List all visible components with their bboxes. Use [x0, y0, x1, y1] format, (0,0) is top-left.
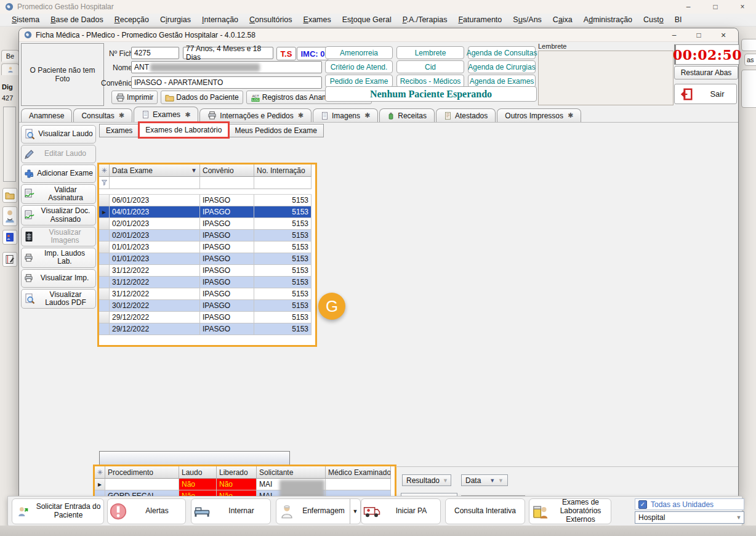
recibos-m-dicos-button[interactable]: Recibos - Médicos	[396, 75, 464, 87]
menu-recep-o[interactable]: Recepção	[109, 14, 155, 25]
minimize-icon[interactable]: –	[662, 28, 686, 42]
agenda-de-consultas-button[interactable]: Agenda de Consultas	[468, 46, 536, 59]
agenda-de-cirurgias-button[interactable]: Agenda de Cirurgias	[468, 60, 536, 73]
close-icon[interactable]: ×	[729, 0, 756, 14]
menu-caixa[interactable]: Caixa	[547, 14, 578, 25]
minimize-icon[interactable]: –	[675, 0, 702, 14]
menu-bi[interactable]: BI	[669, 14, 688, 25]
subtab-exames[interactable]: Exames	[99, 124, 139, 137]
tab-imagens[interactable]: Imagens✱	[313, 108, 378, 122]
menu-base-de-dados[interactable]: Base de Dados	[45, 14, 108, 25]
nome-input[interactable]: ANT	[131, 61, 322, 73]
restaurar-abas-button[interactable]: Restaurar Abas	[674, 66, 738, 79]
column-header-procedimento[interactable]: Procedimento	[105, 466, 179, 479]
menu-custo[interactable]: Custo	[638, 14, 669, 25]
menu-p-a-terapias[interactable]: P.A./Terapias	[397, 14, 453, 25]
visualizar-laudos-pdf-button[interactable]: Visualizar Laudos PDF	[21, 289, 96, 309]
imp-laudos-lab--button[interactable]: Imp. Laudos Lab.	[21, 248, 96, 267]
filter-row[interactable]	[99, 177, 312, 189]
window-titlebar[interactable]: Ficha Médica - PMedico - Promedico Gestã…	[19, 28, 738, 42]
folder-person-icon[interactable]	[2, 188, 17, 203]
menu-interna-o[interactable]: Internação	[196, 14, 244, 25]
todas-unidades-checkbox[interactable]: ✓ Todas as Unidades	[635, 498, 744, 510]
cid-button[interactable]: Cid	[396, 60, 464, 73]
table-row[interactable]: 31/12/2022IPASGO5153	[99, 277, 312, 288]
table-row[interactable]: 31/12/2022IPASGO5153	[99, 265, 312, 277]
column-header-no-interna-o[interactable]: No. Internação	[254, 164, 312, 177]
tab-receitas[interactable]: Receitas	[379, 108, 435, 122]
ficha-input[interactable]: 4275	[131, 47, 179, 59]
alertas-button[interactable]: Alertas	[107, 498, 186, 524]
table-row[interactable]: 02/01/2023IPASGO5153	[99, 218, 312, 230]
menu-exames[interactable]: Exames	[298, 14, 337, 25]
table-row[interactable]: 29/12/2022IPASGO5153	[99, 323, 312, 335]
solicitar-entrada-do-paciente-button[interactable]: Solicitar Entrada do Paciente	[12, 498, 104, 524]
imprimir-button[interactable]: Imprimir	[111, 91, 158, 104]
menu-estoque-geral[interactable]: Estoque Geral	[337, 14, 397, 25]
menu-administra-o[interactable]: Administração	[578, 14, 638, 25]
doctor-icon[interactable]	[2, 206, 17, 226]
menu-consult-rios[interactable]: Consultórios	[244, 14, 297, 25]
dados-do-paciente-button[interactable]: Dados do Paciente	[161, 91, 243, 104]
adicionar-exame-button[interactable]: Adicionar Exame	[21, 164, 96, 183]
background-tab[interactable]: Be	[1, 50, 19, 62]
pivot-resultado-button[interactable]: Resultado ▼	[402, 474, 451, 486]
column-header-m-dico-examinador[interactable]: Médico Examinador	[326, 466, 391, 479]
filter-cell[interactable]	[200, 177, 254, 189]
maximize-icon[interactable]: □	[702, 0, 729, 14]
convenio-input[interactable]: IPASGO - APARTAMENTO	[131, 76, 322, 89]
consulta-interativa-button[interactable]: Consulta Interativa	[445, 498, 525, 524]
menu-sistema[interactable]: Sistema	[6, 14, 45, 25]
maximize-icon[interactable]: □	[686, 28, 711, 42]
unidade-select[interactable]: Hospital ▼	[635, 511, 744, 524]
filter-cell[interactable]	[254, 177, 312, 189]
iniciar-pa-button[interactable]: Iniciar PA	[361, 498, 441, 524]
tab-exames[interactable]: Exames✱	[134, 107, 198, 122]
close-icon[interactable]: ×	[711, 28, 736, 42]
imc-badge[interactable]: IMC: 0	[297, 47, 329, 60]
agenda-de-exames-button[interactable]: Agenda de Exames	[468, 75, 536, 87]
close-tab-icon[interactable]: ✱	[119, 112, 124, 120]
pivot-data-button[interactable]: Data ▼ ▼	[461, 474, 508, 486]
table-row[interactable]: ▸04/01/2023IPASGO5153	[99, 206, 312, 218]
amenorreia-button[interactable]: Amenorreia	[325, 46, 393, 59]
tab-outros-impressos[interactable]: Outros Impressos✱	[497, 108, 581, 122]
menu-faturamento[interactable]: Faturamento	[452, 14, 507, 25]
tab-atestados[interactable]: Atestados	[436, 108, 496, 122]
address-book-icon[interactable]	[2, 230, 17, 245]
column-header-liberado[interactable]: Liberado	[217, 466, 257, 479]
tab-consultas[interactable]: Consultas✱	[73, 108, 132, 122]
table-row[interactable]: 02/01/2023IPASGO5153	[99, 230, 312, 242]
menu-sus-ans[interactable]: Sus/Ans	[507, 14, 547, 25]
column-header-solicitante[interactable]: Solicitante	[257, 466, 326, 479]
table-row[interactable]: 30/12/2022IPASGO5153	[99, 300, 312, 312]
enfermagem-button[interactable]: Enfermagem▼	[276, 498, 361, 524]
visualizar-imp--button[interactable]: Visualizar Imp.	[21, 269, 96, 288]
crit-rio-de-atend--button[interactable]: Critério de Atend.	[325, 60, 393, 73]
validar-assinatura-button[interactable]: Validar Assinatura	[21, 184, 96, 204]
lembrete-button[interactable]: Lembrete	[396, 46, 464, 59]
table-row[interactable]: 31/12/2022IPASGO5153	[99, 288, 312, 300]
close-tab-icon[interactable]: ✱	[364, 112, 370, 120]
table-row[interactable]: ▸NãoNãoMAI	[95, 479, 391, 490]
table-row[interactable]: 06/01/2023IPASGO5153	[99, 195, 312, 206]
visualizar-doc-assinado-button[interactable]: Visualizar Doc. Assinado	[21, 205, 96, 225]
sair-button[interactable]: Sair	[674, 84, 737, 104]
menu-cirurgias[interactable]: Cirurgias	[155, 14, 196, 25]
ts-badge[interactable]: T.S	[276, 47, 296, 60]
close-tab-icon[interactable]: ✱	[298, 112, 304, 120]
dropdown-arrow-icon[interactable]: ▼	[350, 499, 360, 524]
table-row[interactable]: 29/12/2022IPASGO5153	[99, 312, 312, 323]
tab-interna-es-e-pedidos[interactable]: Internações e Pedidos✱	[199, 108, 312, 122]
table-row[interactable]: 01/01/2023IPASGO5153	[99, 242, 312, 253]
column-header-laudo[interactable]: Laudo	[179, 466, 217, 479]
notepad-pencil-icon[interactable]	[2, 252, 17, 267]
table-row[interactable]: 01/01/2023IPASGO5153	[99, 253, 312, 265]
tab-anamnese[interactable]: Anamnese	[21, 108, 72, 122]
close-tab-icon[interactable]: ✱	[568, 112, 573, 120]
lembrete-panel[interactable]	[538, 51, 674, 105]
pedido-de-exame-button[interactable]: Pedido de Exame	[325, 75, 393, 87]
filter-cell[interactable]	[110, 177, 200, 189]
subtab-meus-pedidos-de-exame[interactable]: Meus Pedidos de Exame	[228, 124, 323, 137]
group-by-box[interactable]	[99, 451, 290, 466]
